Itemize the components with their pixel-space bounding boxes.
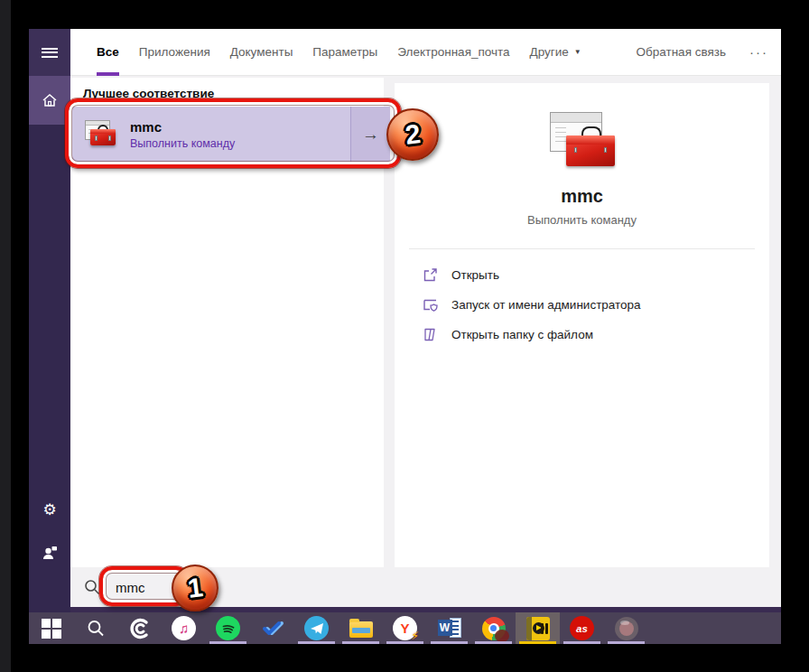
tab-all[interactable]: Все (87, 29, 129, 76)
taskbar-app-word[interactable]: W (427, 612, 471, 644)
search-icon (85, 618, 107, 639)
folder-location-icon (422, 326, 439, 343)
taskbar-app-active-player[interactable] (516, 612, 560, 644)
hamburger-menu-button[interactable] (29, 29, 70, 76)
sidebar-item-settings[interactable]: ⚙ (29, 488, 70, 531)
detail-title: mmc (395, 186, 769, 207)
action-open[interactable]: Открыть (395, 260, 769, 290)
user-icon (41, 544, 59, 562)
taskbar-app-todo[interactable] (250, 612, 294, 644)
itunes-icon: ♫ (172, 616, 196, 640)
start-button[interactable] (29, 612, 73, 644)
gear-icon: ⚙ (42, 500, 56, 519)
expand-result-button[interactable]: → (350, 107, 390, 163)
todo-check-icon (261, 617, 284, 640)
result-title: mmc (130, 119, 235, 135)
best-match-header: Лучшее соответствие (83, 87, 214, 100)
feedback-button[interactable]: Обратная связь (637, 45, 726, 59)
taskbar-app-chrome[interactable] (471, 612, 516, 644)
spiral-c-icon (127, 616, 153, 641)
telegram-icon (304, 616, 329, 640)
word-icon: W (438, 617, 461, 640)
home-icon (41, 91, 59, 109)
open-icon (422, 266, 439, 284)
arrow-right-icon: → (362, 125, 379, 145)
taskbar-app-explorer[interactable] (339, 612, 383, 644)
search-filter-tabs: Все Приложения Документы Параметры Элект… (70, 29, 781, 76)
mmc-app-icon (85, 120, 117, 149)
lastfm-icon: as (570, 616, 594, 640)
start-search-panel: ⚙ Все Приложения Документы Параметры Эле… (29, 29, 781, 612)
context-actions: Открыть Запуск от имени администратора О… (395, 249, 769, 350)
taskbar-search-button[interactable] (73, 612, 117, 644)
round-app-icon (615, 617, 638, 640)
sidebar-item-account[interactable] (29, 531, 70, 574)
tab-settings[interactable]: Параметры (302, 29, 387, 76)
yandex-browser-icon: Y ⚡ (393, 616, 417, 640)
file-explorer-icon (349, 621, 373, 638)
windows-logo-icon (42, 619, 61, 639)
more-options-button[interactable]: ··· (749, 44, 768, 60)
tab-email[interactable]: Электронная_почта (387, 29, 519, 76)
chevron-down-icon: ▼ (574, 48, 581, 56)
shield-admin-icon (422, 296, 439, 313)
result-subtitle: Выполнить команду (130, 137, 235, 150)
tab-documents[interactable]: Документы (220, 29, 303, 76)
taskbar: ♫ Y ⚡ (29, 612, 781, 644)
taskbar-app-lastfm[interactable]: as (560, 612, 604, 644)
tab-apps[interactable]: Приложения (129, 29, 220, 76)
hamburger-icon (42, 45, 58, 60)
screen-edge (0, 0, 11, 672)
search-input[interactable]: mmc (116, 580, 145, 595)
taskbar-app-spotify[interactable] (206, 612, 250, 644)
taskbar-app-spiral[interactable] (117, 612, 162, 644)
annotation-badge-2: 2 (386, 108, 439, 161)
taskbar-app-misc[interactable] (604, 612, 648, 644)
details-panel: mmc Выполнить команду Открыть Запуск (395, 83, 769, 567)
start-sidebar: ⚙ (29, 29, 70, 612)
annotation-badge-1: 1 (172, 565, 219, 611)
taskbar-app-itunes[interactable]: ♫ (162, 612, 206, 644)
mmc-app-icon-large (548, 112, 617, 172)
media-player-icon (526, 617, 550, 640)
result-main[interactable]: mmc Выполнить команду (72, 107, 350, 163)
action-run-as-admin[interactable]: Запуск от имени администратора (395, 290, 769, 320)
search-icon (83, 578, 101, 596)
search-result-mmc[interactable]: mmc Выполнить команду → (72, 107, 390, 163)
sidebar-item-home[interactable] (29, 76, 70, 125)
detail-subtitle: Выполнить команду (395, 213, 769, 227)
desktop: ⚙ Все Приложения Документы Параметры Эле… (0, 0, 809, 672)
chrome-icon (482, 617, 506, 640)
tab-more[interactable]: Другие ▼ (520, 29, 591, 76)
taskbar-app-yandex[interactable]: Y ⚡ (383, 612, 427, 644)
taskbar-app-telegram[interactable] (294, 612, 339, 644)
action-open-file-location[interactable]: Открыть папку с файлом (395, 320, 769, 350)
spotify-icon (216, 616, 240, 640)
